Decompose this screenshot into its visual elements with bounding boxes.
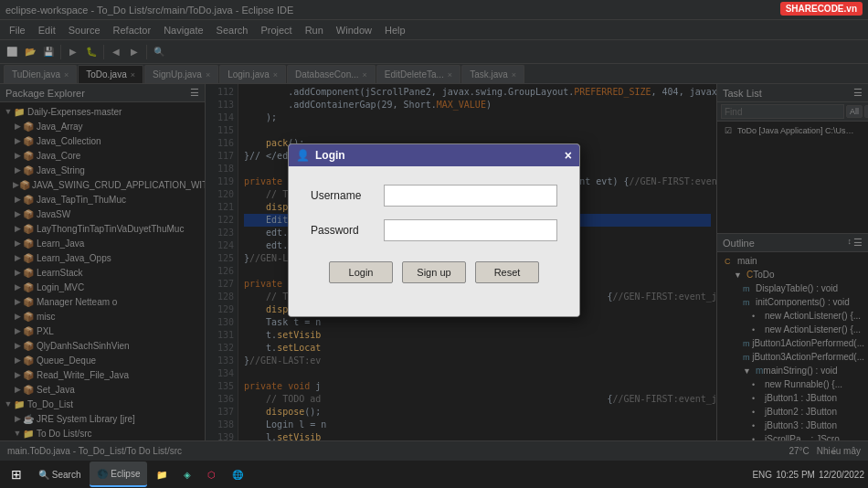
username-row: Username <box>311 185 557 207</box>
dialog-title-bar: 👤 Login × <box>289 144 579 166</box>
dialog-body: Username Password Login Sign up Reset <box>289 166 579 316</box>
password-input[interactable] <box>384 219 557 241</box>
vscode-icon: ◈ <box>184 470 191 480</box>
taskbar-left: ⊞ 🔍 Search 🌑 Eclipse 📁 ◈ ⬡ 🌐 <box>4 461 250 487</box>
logo-badge: SHARECODE.vn <box>780 2 863 16</box>
username-input[interactable] <box>384 185 557 207</box>
taskbar-time: 10:25 PM <box>776 470 815 480</box>
dialog-title-text: Login <box>315 149 345 162</box>
dialog-buttons: Login Sign up Reset <box>311 254 557 298</box>
dialog-login-icon: 👤 <box>296 149 310 162</box>
signup-button[interactable]: Sign up <box>402 261 466 283</box>
explorer-icon: 📁 <box>156 470 167 480</box>
password-row: Password <box>311 219 557 241</box>
login-button[interactable]: Login <box>329 261 393 283</box>
taskbar-search[interactable]: 🔍 Search <box>31 461 88 487</box>
search-icon: 🔍 <box>38 470 49 480</box>
login-dialog: 👤 Login × Username Password Login Sign u… <box>288 143 580 317</box>
taskbar-eclipse[interactable]: 🌑 Eclipse <box>90 461 147 487</box>
taskbar-lang: ENG <box>752 470 772 480</box>
password-label: Password <box>311 224 384 237</box>
taskbar-right: ENG 10:25 PM 12/20/2022 <box>752 470 864 480</box>
taskbar-vscode[interactable]: ◈ <box>176 461 198 487</box>
modal-overlay: 👤 Login × Username Password Login Sign u… <box>0 0 868 461</box>
taskbar: ⊞ 🔍 Search 🌑 Eclipse 📁 ◈ ⬡ 🌐 ENG 10:25 P… <box>0 461 868 488</box>
taskbar-chrome[interactable]: 🌐 <box>225 461 250 487</box>
reset-button[interactable]: Reset <box>475 261 539 283</box>
taskbar-intellij[interactable]: ⬡ <box>200 461 223 487</box>
taskbar-explorer[interactable]: 📁 <box>149 461 175 487</box>
dialog-close-button[interactable]: × <box>565 149 572 162</box>
intellij-icon: ⬡ <box>207 470 216 480</box>
chrome-icon: 🌐 <box>232 470 243 480</box>
taskbar-date: 12/20/2022 <box>819 470 864 480</box>
start-button[interactable]: ⊞ <box>4 461 29 487</box>
username-label: Username <box>311 189 384 202</box>
eclipse-icon: 🌑 <box>97 469 108 479</box>
